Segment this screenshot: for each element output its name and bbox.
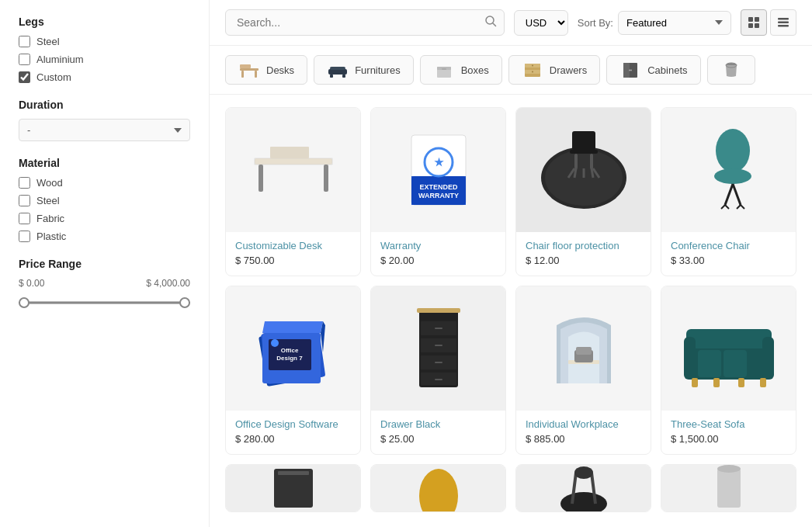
product-info-office-design-software: Office Design Software $ 280.00 [226, 411, 360, 454]
material-wood-option[interactable]: Wood [19, 177, 190, 189]
material-steel-checkbox[interactable] [19, 195, 30, 206]
svg-rect-86 [684, 337, 696, 380]
legs-filter-title: Legs [19, 16, 190, 28]
svg-point-24 [532, 71, 533, 73]
svg-rect-5 [755, 23, 759, 28]
product-card-three-seat-sofa[interactable]: Three-Seat Sofa $ 1,500.00 [661, 286, 796, 455]
material-plastic-option[interactable]: Plastic [19, 231, 190, 242]
category-boxes[interactable]: Boxes [420, 55, 502, 85]
product-image-three-seat-sofa [661, 286, 796, 411]
list-view-button[interactable] [770, 9, 796, 36]
svg-line-56 [725, 184, 733, 205]
price-range-values: $ 0.00 $ 4,000.00 [19, 278, 190, 289]
range-thumb-right[interactable] [179, 297, 190, 308]
svg-rect-11 [255, 71, 257, 78]
range-fill [19, 302, 190, 304]
product-image-individual-workplace [516, 286, 651, 411]
category-misc[interactable] [707, 55, 755, 85]
legs-steel-option[interactable]: Steel [19, 36, 190, 47]
material-plastic-checkbox[interactable] [19, 231, 30, 242]
search-icon [484, 15, 497, 27]
svg-point-101 [574, 466, 593, 479]
duration-select[interactable]: - 1 year 2 years 3 years [19, 119, 190, 141]
svg-rect-87 [762, 337, 774, 380]
grid-view-button[interactable] [741, 9, 767, 36]
product-info-conference-chair: Conference Chair $ 33.00 [661, 232, 796, 276]
legs-filter: Legs Steel Aluminium Custom [19, 16, 190, 83]
svg-line-1 [493, 23, 496, 26]
price-range-title: Price Range [19, 258, 190, 270]
material-steel-option[interactable]: Steel [19, 195, 190, 206]
svg-rect-94 [738, 378, 744, 387]
range-thumb-left[interactable] [19, 297, 29, 308]
product-card-partial-10[interactable] [370, 464, 506, 512]
duration-filter: Duration - 1 year 2 years 3 years [19, 99, 190, 141]
svg-rect-80 [435, 379, 442, 380]
legs-custom-checkbox[interactable] [19, 71, 30, 83]
price-max-value: $ 4,000.00 [146, 278, 190, 289]
product-price-conference-chair: $ 33.00 [671, 255, 786, 266]
product-card-partial-11[interactable] [515, 464, 651, 512]
material-wood-checkbox[interactable] [19, 177, 30, 189]
product-card-customizable-desk[interactable]: Customizable Desk $ 750.00 [225, 107, 361, 276]
svg-rect-7 [778, 22, 789, 24]
svg-rect-47 [574, 154, 578, 169]
sort-select[interactable]: Featured Price: Low to High Price: High … [618, 11, 731, 35]
product-name-drawer-black: Drawer Black [380, 418, 496, 430]
legs-aluminium-option[interactable]: Aluminium [19, 54, 190, 65]
product-name-chair-floor-protection: Chair floor protection [526, 240, 641, 251]
legs-steel-label: Steel [36, 36, 60, 47]
category-cabinets[interactable]: Cabinets [606, 55, 700, 85]
material-fabric-option[interactable]: Fabric [19, 213, 190, 224]
product-info-customizable-desk: Customizable Desk $ 750.00 [226, 232, 360, 276]
product-card-individual-workplace[interactable]: Individual Workplace $ 885.00 [515, 286, 651, 455]
svg-rect-79 [435, 362, 442, 363]
product-info-warranty: Warranty $ 20.00 [371, 232, 505, 276]
legs-steel-checkbox[interactable] [19, 36, 30, 47]
legs-aluminium-label: Aluminium [36, 54, 84, 65]
svg-point-54 [716, 129, 750, 172]
search-input[interactable] [225, 9, 505, 36]
product-card-partial-12[interactable] [661, 464, 796, 512]
sidebar: Legs Steel Aluminium Custom Duration - 1… [0, 0, 210, 527]
price-range-slider[interactable] [19, 295, 190, 310]
svg-rect-88 [698, 350, 721, 377]
product-card-conference-chair[interactable]: Conference Chair $ 33.00 [661, 107, 796, 276]
product-card-office-design-software[interactable]: Office Design 7 Office Design Software $… [225, 286, 361, 455]
product-card-chair-floor-protection[interactable]: Chair floor protection $ 12.00 [515, 107, 651, 276]
product-image-partial-11 [516, 465, 651, 511]
product-name-customizable-desk: Customizable Desk [235, 240, 351, 251]
search-button[interactable] [484, 15, 497, 30]
legs-aluminium-checkbox[interactable] [19, 54, 30, 65]
svg-rect-48 [590, 154, 593, 169]
product-card-partial-9[interactable] [225, 464, 361, 512]
svg-line-58 [721, 205, 725, 209]
material-fabric-checkbox[interactable] [19, 213, 30, 224]
svg-rect-34 [324, 165, 328, 192]
svg-rect-14 [330, 67, 345, 70]
product-name-warranty: Warranty [380, 240, 496, 251]
svg-rect-72 [417, 308, 460, 313]
product-name-three-seat-sofa: Three-Seat Sofa [671, 418, 786, 430]
svg-rect-9 [240, 68, 259, 71]
svg-text:★: ★ [433, 156, 443, 168]
product-card-warranty[interactable]: ★ EXTENDED WARRANTY Warranty $ 20.00 [370, 107, 506, 276]
category-desks-label: Desks [266, 64, 294, 76]
price-min-value: $ 0.00 [19, 278, 44, 289]
svg-text:Design 7: Design 7 [276, 355, 303, 362]
currency-select[interactable]: USD EUR GBP [514, 10, 568, 36]
svg-line-61 [741, 205, 744, 209]
material-wood-label: Wood [36, 177, 63, 189]
product-price-office-design-software: $ 280.00 [235, 433, 351, 445]
svg-rect-26 [623, 63, 630, 78]
category-furnitures[interactable]: Furnitures [314, 55, 414, 85]
product-card-drawer-black[interactable]: Drawer Black $ 25.00 [370, 286, 506, 455]
category-drawers[interactable]: Drawers [508, 55, 600, 85]
main-content: USD EUR GBP Sort By: Featured Price: Low… [210, 0, 812, 527]
svg-rect-12 [240, 64, 251, 68]
product-image-chair-floor-protection [516, 108, 651, 232]
legs-custom-option[interactable]: Custom [19, 71, 190, 83]
category-desks[interactable]: Desks [225, 55, 307, 85]
misc-icon [720, 61, 742, 78]
svg-rect-35 [270, 147, 309, 158]
